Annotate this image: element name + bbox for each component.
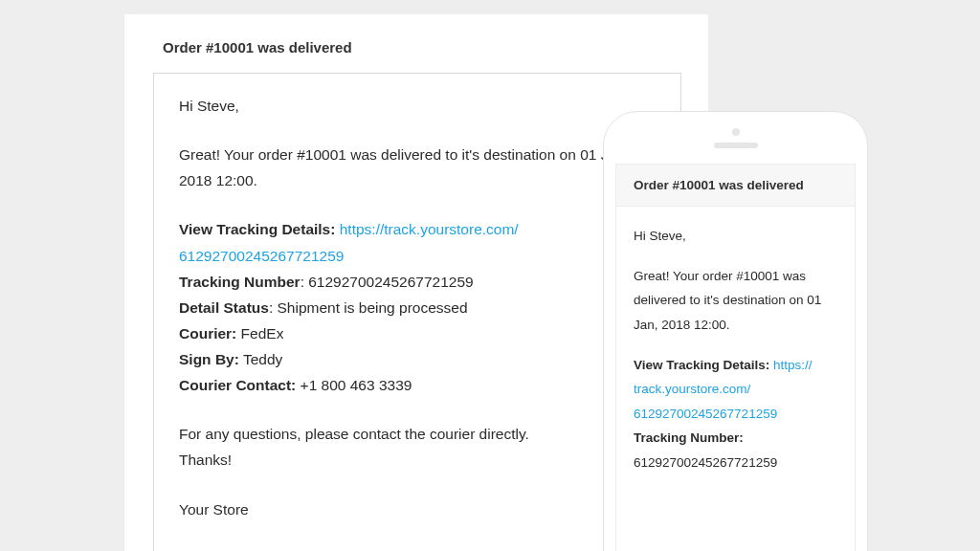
detail-status-label: Detail Status (179, 299, 269, 316)
mobile-tracking-number-value: 61292700245267721259 (634, 451, 837, 475)
courier-value: FedEx (236, 325, 283, 342)
intro-paragraph: Great! Your order #10001 was delivered t… (179, 142, 656, 193)
mobile-email-body: Hi Steve, Great! Your order #10001 was d… (616, 207, 855, 475)
phone-top-hardware (604, 112, 867, 164)
detail-status-line: Detail Status: Shipment is being process… (179, 295, 656, 320)
courier-contact-label: Courier Contact: (179, 377, 296, 393)
mobile-tracking-url-link-3[interactable]: 61292700245267721259 (634, 407, 777, 421)
mobile-greeting: Hi Steve, (634, 224, 837, 249)
tracking-number-line: Tracking Number: 61292700245267721259 (179, 269, 656, 295)
courier-label: Courier: (179, 325, 236, 342)
tracking-details-label: View Tracking Details: (179, 221, 335, 237)
detail-status-value: : Shipment is being processed (269, 299, 468, 316)
courier-contact-value: +1 800 463 3339 (296, 377, 412, 393)
footer-line-1: For any questions, please contact the co… (179, 421, 656, 447)
tracking-number-value: : 61292700245267721259 (301, 274, 474, 290)
tracking-details-line: View Tracking Details: https://track.you… (179, 216, 656, 242)
sign-by-line: Sign By: Teddy (179, 346, 656, 372)
footer-line-2: Thanks! (179, 447, 656, 473)
courier-contact-line: Courier Contact: +1 800 463 3339 (179, 372, 656, 398)
sign-by-value: Teddy (239, 351, 282, 367)
email-subject: Order #10001 was delivered (153, 39, 681, 55)
tracking-number-label: Tracking Number (179, 274, 301, 290)
signature: Your Store (179, 496, 656, 522)
mobile-tracking-url-link-1[interactable]: https:// (773, 358, 813, 372)
mobile-intro-paragraph: Great! Your order #10001 was delivered t… (634, 264, 837, 338)
phone-screen: Order #10001 was delivered Hi Steve, Gre… (615, 164, 856, 551)
courier-line: Courier: FedEx (179, 320, 656, 346)
sign-by-label: Sign By: (179, 351, 239, 367)
mobile-tracking-url-link-2[interactable]: track.yourstore.com/ (634, 382, 750, 396)
mobile-tracking-details-line: View Tracking Details: https:// (634, 353, 837, 378)
mobile-tracking-number-label: Tracking Number: (634, 426, 837, 451)
mobile-tracking-details-label: View Tracking Details: (634, 358, 769, 372)
greeting: Hi Steve, (179, 93, 656, 119)
mobile-email-subject: Order #10001 was delivered (616, 165, 855, 207)
tracking-url-link-line2[interactable]: 61292700245267721259 (179, 248, 344, 264)
phone-speaker-icon (714, 143, 758, 148)
tracking-url-link-line1[interactable]: https://track.yourstore.com/ (340, 221, 519, 237)
phone-camera-icon (732, 128, 740, 136)
phone-mock: Order #10001 was delivered Hi Steve, Gre… (603, 111, 868, 551)
